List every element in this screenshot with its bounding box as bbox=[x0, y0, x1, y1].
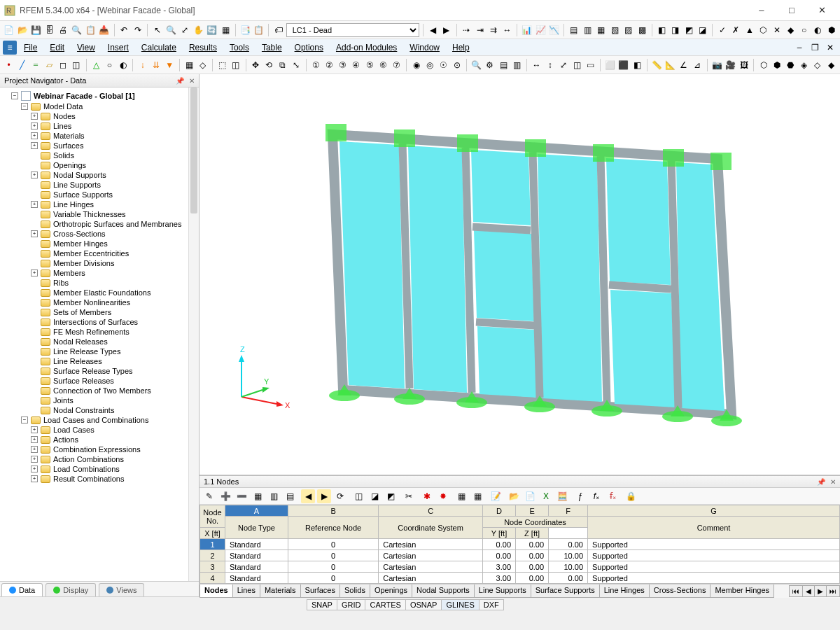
tree-item-label[interactable]: Members bbox=[53, 269, 85, 277]
app-menu-icon[interactable]: ≡ bbox=[3, 41, 17, 55]
bottom-tab[interactable]: Surfaces bbox=[300, 584, 340, 598]
tree-item-label[interactable]: Action Combinations bbox=[53, 455, 124, 463]
tbl-fn-icon[interactable]: ƒ bbox=[573, 489, 587, 503]
tree-item-label[interactable]: Orthotropic Surfaces and Membranes bbox=[53, 220, 181, 228]
tree-item-label[interactable]: Load Combinations bbox=[53, 465, 120, 473]
pin-icon[interactable]: 📌 bbox=[817, 478, 825, 486]
load-area-icon[interactable]: ▼ bbox=[164, 58, 176, 72]
tab-first-icon[interactable]: ⏮ bbox=[789, 585, 803, 597]
close-panel-icon[interactable]: ✕ bbox=[189, 77, 195, 85]
twisty-icon[interactable]: + bbox=[31, 142, 38, 149]
tree-item-label[interactable]: Sets of Members bbox=[53, 308, 111, 316]
status-snap[interactable]: SNAP bbox=[307, 599, 337, 610]
workplane-icon[interactable]: ◇ bbox=[197, 58, 209, 72]
filter4-icon[interactable]: ▥ bbox=[511, 58, 523, 72]
col-y[interactable]: Y [ft] bbox=[483, 528, 516, 539]
tbl-ins-icon[interactable]: ➕ bbox=[218, 489, 232, 503]
result-d-icon[interactable]: ↔ bbox=[501, 23, 513, 37]
misc3-icon[interactable]: ⬣ bbox=[785, 58, 797, 72]
tbl-cut-icon[interactable]: ✂ bbox=[402, 489, 416, 503]
col-letter-c[interactable]: C bbox=[379, 505, 483, 517]
bottom-tab[interactable]: Materials bbox=[260, 584, 301, 598]
twisty-icon[interactable]: + bbox=[31, 426, 38, 433]
bottom-tab[interactable]: Openings bbox=[370, 584, 412, 598]
twisty-icon[interactable]: + bbox=[31, 132, 38, 139]
bottom-tab[interactable]: Solids bbox=[340, 584, 370, 598]
diag3-icon[interactable]: 📉 bbox=[548, 23, 560, 37]
tree-item-label[interactable]: Member Divisions bbox=[53, 259, 114, 267]
tbl-excel-icon[interactable]: X bbox=[539, 489, 553, 503]
col-group-coords[interactable]: Node Coordinates bbox=[483, 517, 588, 528]
col6-icon[interactable]: ▩ bbox=[636, 23, 648, 37]
tree-item-label[interactable]: Line Hinges bbox=[53, 200, 94, 209]
menu-window[interactable]: Window bbox=[404, 41, 445, 54]
vis2-icon[interactable]: ◎ bbox=[424, 58, 435, 72]
nav-tab-views[interactable]: Views bbox=[99, 583, 144, 596]
col-letter-d[interactable]: D bbox=[483, 505, 516, 517]
tree-item-label[interactable]: Surface Releases bbox=[53, 377, 114, 385]
twisty-icon[interactable]: + bbox=[31, 465, 38, 472]
twisty-icon[interactable]: + bbox=[31, 456, 38, 463]
select2-icon[interactable]: ◫ bbox=[230, 58, 241, 72]
tree-item-label[interactable]: Load Cases bbox=[53, 426, 94, 434]
bottom-tab[interactable]: Line Hinges bbox=[599, 584, 650, 598]
status-dxf[interactable]: DXF bbox=[479, 599, 504, 610]
member-icon[interactable]: ＝ bbox=[30, 58, 42, 72]
tbl-col-icon[interactable]: ▥ bbox=[267, 489, 281, 503]
zoom-window-icon[interactable]: 🔍 bbox=[165, 23, 177, 37]
twisty-icon[interactable]: − bbox=[21, 416, 28, 424]
mdi-restore-icon[interactable]: ❐ bbox=[808, 41, 822, 55]
col2-icon[interactable]: ▥ bbox=[582, 23, 594, 37]
table-row[interactable]: 2Standard0Cartesian0.000.0010.00Supporte… bbox=[200, 550, 840, 561]
menu-tools[interactable]: Tools bbox=[224, 41, 255, 54]
surface-icon[interactable]: ▱ bbox=[43, 58, 55, 72]
line-icon[interactable]: ╱ bbox=[16, 58, 28, 72]
cam1-icon[interactable]: 📷 bbox=[711, 58, 723, 72]
tbl-mark2-icon[interactable]: ▶ bbox=[317, 489, 331, 503]
tbl-c-icon[interactable]: ◩ bbox=[384, 489, 398, 503]
col-nodetype[interactable]: Node Type bbox=[225, 517, 288, 539]
num-f-icon[interactable]: ⑥ bbox=[377, 58, 389, 72]
module1-icon[interactable]: ◧ bbox=[656, 23, 668, 37]
tree-group-label[interactable]: Model Data bbox=[43, 102, 83, 111]
dim2-icon[interactable]: ↕ bbox=[544, 58, 556, 72]
print-preview-icon[interactable]: 🔍 bbox=[71, 23, 83, 37]
minimize-button[interactable]: – bbox=[748, 1, 776, 20]
tab-last-icon[interactable]: ⏭ bbox=[826, 585, 840, 597]
status-glines[interactable]: GLINES bbox=[441, 599, 479, 610]
module8-icon[interactable]: ◆ bbox=[784, 23, 796, 37]
status-grid[interactable]: GRID bbox=[337, 599, 366, 610]
pin-icon[interactable]: 📌 bbox=[176, 77, 184, 85]
twisty-icon[interactable]: + bbox=[31, 436, 38, 443]
grid-icon[interactable]: ▦ bbox=[183, 58, 195, 72]
twisty-icon[interactable]: + bbox=[31, 270, 38, 276]
bottom-tab[interactable]: Nodal Supports bbox=[412, 584, 475, 598]
report-icon[interactable]: 📑 bbox=[239, 23, 251, 37]
tbl-a-icon[interactable]: ◫ bbox=[351, 489, 365, 503]
num-a-icon[interactable]: ① bbox=[309, 58, 321, 72]
solid-icon[interactable]: ◫ bbox=[70, 58, 82, 72]
twisty-icon[interactable]: + bbox=[31, 230, 38, 237]
load-point-icon[interactable]: ↓ bbox=[136, 58, 148, 72]
col-letter-f[interactable]: F bbox=[549, 505, 588, 517]
tree-item-label[interactable]: Nodal Constraints bbox=[53, 406, 114, 414]
save-icon[interactable]: 💾 bbox=[30, 23, 42, 37]
tree-item-label[interactable]: Openings bbox=[53, 161, 86, 169]
nav-tab-data[interactable]: Data bbox=[1, 583, 43, 596]
calculate-icon[interactable]: ▦ bbox=[219, 23, 231, 37]
zoom-fit-icon[interactable]: ⤢ bbox=[178, 23, 190, 37]
meas2-icon[interactable]: 📐 bbox=[664, 58, 676, 72]
tbl-b-icon[interactable]: ◪ bbox=[368, 489, 382, 503]
select1-icon[interactable]: ⬚ bbox=[216, 58, 228, 72]
tree-item-label[interactable]: Nodal Supports bbox=[53, 171, 106, 179]
mdi-close-icon[interactable]: ✕ bbox=[823, 41, 837, 55]
tree-scrollbar[interactable] bbox=[188, 88, 199, 581]
tree-item-label[interactable]: Cross-Sections bbox=[53, 230, 106, 238]
tree-item-label[interactable]: Intersections of Surfaces bbox=[53, 318, 138, 326]
tree-item-label[interactable]: Connection of Two Members bbox=[53, 386, 151, 395]
node-icon[interactable]: • bbox=[3, 58, 15, 72]
misc6-icon[interactable]: ◆ bbox=[825, 58, 837, 72]
pan-icon[interactable]: ✋ bbox=[192, 23, 204, 37]
col4-icon[interactable]: ▧ bbox=[609, 23, 621, 37]
tbl-lock-icon[interactable]: 🔒 bbox=[624, 489, 638, 503]
